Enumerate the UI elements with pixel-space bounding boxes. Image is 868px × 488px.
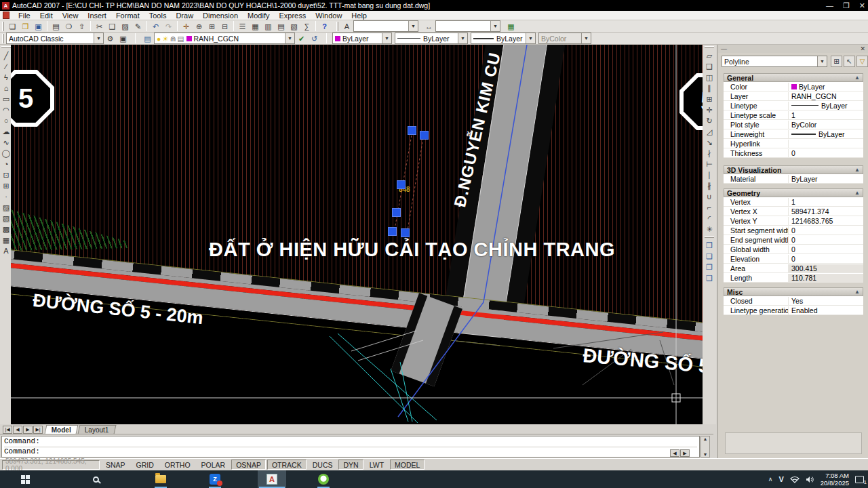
- arc-button[interactable]: ◠: [1, 104, 12, 115]
- collapse-chevron-icon[interactable]: ▲: [854, 289, 860, 295]
- ellipse-arc-button[interactable]: ◔: [1, 159, 12, 169]
- mtext-button[interactable]: A: [1, 245, 12, 256]
- menu-modify[interactable]: Modify: [243, 12, 274, 20]
- undo-button[interactable]: ↶: [149, 21, 162, 32]
- table-style-button[interactable]: ▦: [505, 21, 517, 32]
- prop-value[interactable]: 0: [789, 245, 863, 253]
- array-button[interactable]: ⊞: [704, 94, 715, 104]
- send-under-button[interactable]: ❑: [704, 272, 715, 283]
- pan-button[interactable]: ✛: [180, 21, 193, 32]
- chevron-down-icon[interactable]: ▼: [458, 33, 467, 43]
- save-workspace-button[interactable]: ▣: [117, 33, 130, 44]
- plot-preview-button[interactable]: ❍: [62, 21, 75, 32]
- prop-value[interactable]: 1: [789, 198, 863, 206]
- grip-handle[interactable]: [397, 180, 406, 189]
- match-properties-button[interactable]: ✎: [132, 21, 144, 32]
- linetype-control-combo[interactable]: ByLayer▼: [395, 33, 468, 44]
- grip-handle[interactable]: [408, 126, 416, 135]
- workspace-combo[interactable]: AutoCAD Classic▼: [6, 33, 104, 44]
- chevron-down-icon[interactable]: ▼: [526, 33, 535, 43]
- revcloud-button[interactable]: ☁: [1, 126, 12, 137]
- layer-combo[interactable]: ● ☀ ⋒ ▤ RANH_CGCN ▼: [154, 33, 295, 44]
- dim-style-combo[interactable]: ▼: [435, 20, 500, 32]
- prop-value[interactable]: 589471.374: [789, 207, 863, 216]
- copy-button[interactable]: ❑: [704, 61, 715, 72]
- insert-block-button[interactable]: ⊡: [1, 169, 12, 180]
- menu-window[interactable]: Window: [311, 12, 347, 20]
- sheet-set-manager-button[interactable]: ▤: [275, 21, 288, 32]
- spline-button[interactable]: ∿: [1, 137, 12, 148]
- scroll-up-icon[interactable]: ▲: [703, 436, 708, 441]
- tab-layout1[interactable]: Layout1: [78, 425, 116, 434]
- prop-value[interactable]: RANH_CGCN: [789, 92, 863, 100]
- prev-tab-icon[interactable]: ◀: [13, 426, 22, 434]
- zoom-realtime-button[interactable]: ⊕: [193, 21, 205, 32]
- collapse-chevron-icon[interactable]: ▲: [854, 75, 860, 81]
- section-header[interactable]: Misc▲: [724, 287, 863, 296]
- command-scrollbar[interactable]: ▲ ▼: [701, 436, 710, 458]
- toggle-ducs[interactable]: DUCS: [308, 460, 338, 470]
- toolbar-grip[interactable]: [705, 236, 714, 238]
- toggle-model[interactable]: MODEL: [390, 460, 425, 470]
- prop-value[interactable]: 0: [789, 236, 863, 244]
- prop-value[interactable]: ByColor: [789, 121, 863, 129]
- toggle-dyn[interactable]: DYN: [338, 460, 363, 470]
- toggle-polar[interactable]: POLAR: [197, 460, 231, 470]
- layer-previous-button[interactable]: ↺: [308, 33, 321, 44]
- break-at-point-button[interactable]: ∣: [704, 169, 715, 180]
- drawing-canvas[interactable]: 5 5 ĐẤT Ở HIỆN HỮU CẢI TẠO CHỈNH TRANG Đ…: [11, 45, 703, 424]
- next-tab-icon[interactable]: ▶: [23, 426, 33, 434]
- layer-on-icon[interactable]: ●: [157, 35, 161, 43]
- ellipse-button[interactable]: ◯: [1, 148, 12, 159]
- prop-value[interactable]: 1: [789, 111, 863, 119]
- ime-indicator-icon[interactable]: V: [778, 475, 783, 483]
- zoom-previous-button[interactable]: ⊟: [218, 21, 231, 32]
- rotate-button[interactable]: ↻: [704, 115, 715, 126]
- properties-button[interactable]: ☰: [236, 21, 249, 32]
- chamfer-button[interactable]: ⌐: [704, 202, 715, 213]
- menu-file[interactable]: File: [14, 12, 35, 20]
- plot-button[interactable]: ▤: [50, 21, 62, 32]
- taskbar-autocad[interactable]: A: [264, 472, 279, 486]
- toggle-grid[interactable]: GRID: [132, 460, 159, 470]
- chevron-down-icon[interactable]: ▼: [408, 21, 418, 31]
- save-button[interactable]: ▣: [32, 21, 45, 32]
- toolbar-grip[interactable]: [2, 34, 4, 43]
- scroll-left-icon[interactable]: ◀: [670, 449, 679, 457]
- bring-above-button[interactable]: ❐: [704, 262, 715, 272]
- close-button[interactable]: ✕: [859, 1, 865, 10]
- lineweight-control-combo[interactable]: ByLayer▼: [471, 33, 536, 44]
- color-control-combo[interactable]: ByLayer▼: [332, 33, 392, 44]
- point-button[interactable]: ·: [1, 191, 12, 202]
- collapse-chevron-icon[interactable]: ▲: [854, 167, 860, 173]
- chevron-down-icon[interactable]: ▼: [285, 33, 294, 43]
- command-input-area[interactable]: Command: Command:: [1, 436, 700, 458]
- erase-button[interactable]: ▱: [704, 50, 715, 61]
- toggle-otrack[interactable]: OTRACK: [267, 460, 307, 470]
- layer-plot-icon[interactable]: ▤: [178, 35, 184, 43]
- prop-value[interactable]: ByLayer: [789, 130, 863, 138]
- extend-button[interactable]: ⊢: [704, 159, 715, 169]
- prop-value[interactable]: ByLayer: [789, 175, 863, 183]
- tool-palettes-button[interactable]: ▥: [262, 21, 275, 32]
- taskbar-browser[interactable]: [316, 472, 331, 486]
- prop-value[interactable]: ByLayer: [789, 83, 863, 91]
- menu-help[interactable]: Help: [347, 12, 372, 20]
- open-button[interactable]: ❐: [19, 21, 32, 32]
- qnew-button[interactable]: ❏: [6, 21, 19, 32]
- menu-insert[interactable]: Insert: [83, 12, 111, 20]
- grip-handle[interactable]: [401, 228, 410, 237]
- offset-button[interactable]: ∥: [704, 83, 715, 94]
- designcenter-button[interactable]: ▦: [249, 21, 262, 32]
- toggle-lwt[interactable]: LWT: [365, 460, 389, 470]
- layer-manager-button[interactable]: ▤: [141, 33, 154, 44]
- toggle-pickadd-button[interactable]: ⊞: [831, 56, 842, 67]
- mirror-button[interactable]: ◫: [704, 72, 715, 83]
- quick-select-button[interactable]: ▽: [856, 56, 868, 67]
- clock[interactable]: 7:08 AM 20/8/2025: [821, 472, 849, 487]
- taskbar-search-button[interactable]: [88, 472, 103, 486]
- prop-value[interactable]: Yes: [789, 297, 863, 305]
- toggle-snap[interactable]: SNAP: [101, 460, 130, 470]
- polygon-button[interactable]: ⌂: [1, 83, 12, 94]
- section-header[interactable]: General▲: [724, 73, 863, 82]
